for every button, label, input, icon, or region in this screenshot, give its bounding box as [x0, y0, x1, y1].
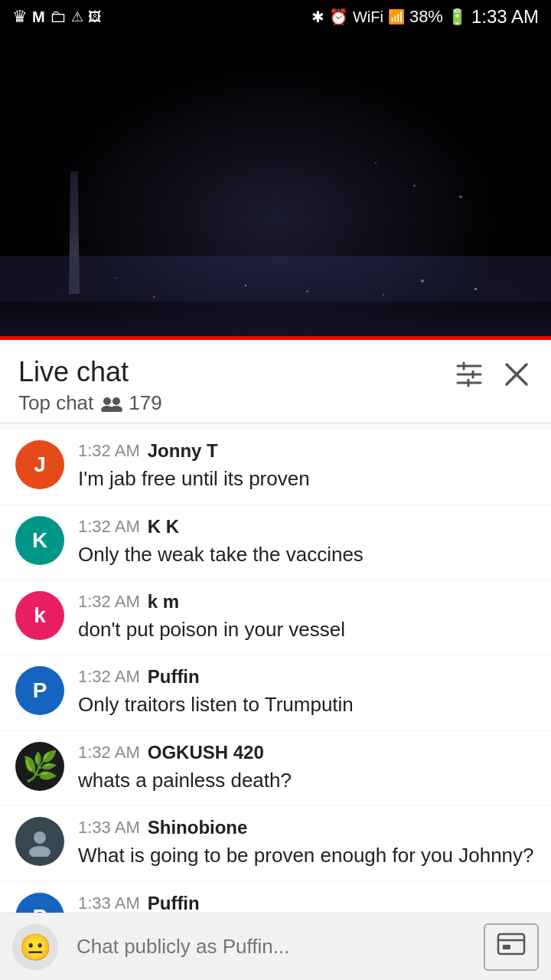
- message-author: k m: [148, 591, 179, 612]
- chat-message: P 1:32 AM Puffin Only traitors listen to…: [0, 655, 551, 729]
- chat-message: 1:33 AM Shinobione What is going to be p…: [0, 806, 551, 880]
- battery-icon: 🔋: [448, 8, 467, 26]
- avatar: K: [15, 516, 64, 565]
- filter-button[interactable]: [453, 358, 485, 390]
- top-chat-label[interactable]: Top chat: [18, 391, 93, 415]
- chat-message: k 1:32 AM k m don't put poison in your v…: [0, 580, 551, 654]
- message-content: 1:32 AM K K Only the weak take the vacci…: [78, 516, 536, 568]
- light-dot: [375, 162, 377, 164]
- chat-input[interactable]: [69, 924, 473, 970]
- svg-point-13: [29, 846, 51, 857]
- viewer-count: 179: [129, 391, 161, 415]
- message-time: 1:32 AM: [78, 743, 140, 763]
- wifi-icon: WiFi: [353, 8, 383, 26]
- message-time: 1:32 AM: [78, 517, 140, 537]
- chat-message: J 1:32 AM Jonny T I'm jab free until its…: [0, 430, 551, 503]
- message-text: whats a painless death?: [78, 766, 536, 794]
- m-icon: M: [32, 8, 45, 26]
- chat-header: Live chat Top chat 179: [0, 340, 551, 423]
- bluetooth-icon: ✱: [311, 8, 324, 26]
- svg-point-0: [103, 397, 111, 405]
- signal-icon: 📶: [388, 8, 405, 25]
- alarm-icon: ⏰: [329, 8, 348, 26]
- folder-icon: 🗀: [50, 7, 67, 27]
- currency-icon: [495, 928, 527, 966]
- message-time: 1:33 AM: [78, 818, 140, 838]
- chat-message: 🌿 1:32 AM OGKUSH 420 whats a painless de…: [0, 731, 551, 805]
- status-icons-left: ♛ M 🗀 ⚠ 🖼: [12, 7, 102, 27]
- chat-subtitle: Top chat 179: [18, 391, 162, 415]
- avatar: P: [15, 666, 64, 715]
- crown-icon: ♛: [12, 7, 28, 27]
- superchat-button[interactable]: [484, 923, 539, 971]
- status-time: 1:33 AM: [471, 6, 539, 28]
- battery-percentage: 38%: [409, 7, 443, 27]
- emoji-button[interactable]: 😐: [12, 924, 58, 970]
- city-lights-overlay: [0, 263, 551, 340]
- status-icons-right: ✱ ⏰ WiFi 📶 38% 🔋 1:33 AM: [311, 6, 539, 28]
- message-meta: 1:33 AM Shinobione: [78, 817, 536, 838]
- message-author: Puffin: [148, 666, 200, 688]
- message-content: 1:32 AM Puffin Only traitors listen to T…: [78, 666, 536, 718]
- chat-title: Live chat: [18, 355, 162, 388]
- message-time: 1:33 AM: [78, 893, 140, 913]
- message-author: Jonny T: [148, 440, 218, 462]
- chat-panel: Live chat Top chat 179: [0, 340, 551, 980]
- close-button[interactable]: [500, 358, 533, 390]
- chat-message: K 1:32 AM K K Only the weak take the vac…: [0, 505, 551, 579]
- message-author: Shinobione: [148, 817, 248, 838]
- svg-point-3: [110, 406, 122, 412]
- avatar: [15, 817, 64, 866]
- emoji-icon: 😐: [19, 932, 51, 962]
- message-time: 1:32 AM: [78, 667, 140, 687]
- svg-rect-14: [498, 934, 524, 954]
- message-time: 1:32 AM: [78, 592, 140, 612]
- message-text: What is going to be proven enough for yo…: [78, 841, 536, 869]
- message-text: I'm jab free until its proven: [78, 465, 536, 492]
- message-author: K K: [148, 516, 179, 537]
- video-background: [0, 34, 551, 340]
- video-player[interactable]: [0, 34, 551, 340]
- message-author: OGKUSH 420: [148, 742, 264, 763]
- light-dot: [459, 195, 462, 198]
- message-meta: 1:32 AM Puffin: [78, 666, 536, 688]
- message-meta: 1:32 AM k m: [78, 591, 536, 612]
- viewers-icon: [99, 395, 122, 412]
- avatar: 🌿: [15, 742, 64, 791]
- message-content: 1:32 AM OGKUSH 420 whats a painless deat…: [78, 742, 536, 794]
- image-icon: 🖼: [88, 9, 102, 25]
- message-author: Puffin: [148, 893, 200, 914]
- svg-point-2: [112, 397, 120, 405]
- chat-messages-list: J 1:32 AM Jonny T I'm jab free until its…: [0, 423, 551, 980]
- avatar: k: [15, 591, 64, 640]
- chat-header-right: [453, 355, 533, 390]
- light-dot: [413, 185, 416, 187]
- message-meta: 1:33 AM Puffin: [78, 893, 536, 914]
- message-content: 1:33 AM Shinobione What is going to be p…: [78, 817, 536, 869]
- message-content: 1:32 AM Jonny T I'm jab free until its p…: [78, 440, 536, 492]
- message-content: 1:32 AM k m don't put poison in your ves…: [78, 591, 536, 643]
- message-meta: 1:32 AM OGKUSH 420: [78, 742, 536, 763]
- chat-input-area: 😐: [0, 913, 551, 980]
- message-text: Only traitors listen to Trumputin: [78, 691, 536, 718]
- message-meta: 1:32 AM Jonny T: [78, 440, 536, 462]
- chat-header-left: Live chat Top chat 179: [18, 355, 162, 415]
- status-bar: ♛ M 🗀 ⚠ 🖼 ✱ ⏰ WiFi 📶 38% 🔋 1:33 AM: [0, 0, 551, 34]
- message-text: don't put poison in your vessel: [78, 616, 536, 643]
- message-text: Only the weak take the vaccines: [78, 541, 536, 568]
- svg-rect-16: [503, 945, 510, 949]
- svg-point-12: [34, 831, 46, 844]
- video-red-bar: [0, 336, 551, 340]
- message-time: 1:32 AM: [78, 441, 140, 461]
- warning-icon: ⚠: [71, 8, 83, 25]
- avatar: J: [15, 440, 64, 489]
- message-meta: 1:32 AM K K: [78, 516, 536, 537]
